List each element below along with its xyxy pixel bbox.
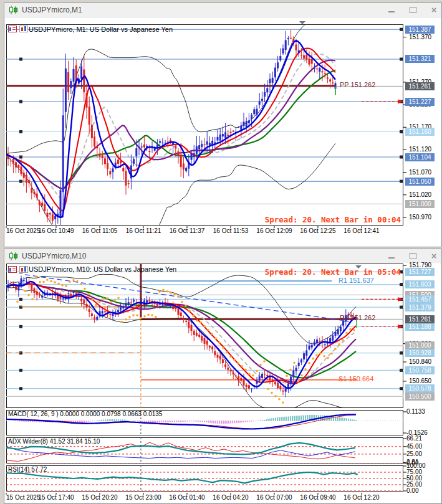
close-button[interactable]: ×	[430, 6, 438, 14]
titlebar-m1[interactable]: USDJPYmicro,M1 ×	[4, 3, 441, 17]
minimize-button[interactable]	[388, 6, 395, 14]
price-chart-plot-m1[interactable]	[6, 24, 403, 226]
mt-workspace: USDJPYmicro,M1 × USDJPYmicro,M10 ×	[0, 0, 442, 504]
price-chart-plot-m10[interactable]	[6, 264, 403, 408]
titlebar-m10[interactable]: USDJPYmicro,M10 ×	[4, 249, 441, 264]
window-title: USDJPYmicro,M1	[22, 6, 82, 14]
adx-pane[interactable]	[6, 437, 403, 464]
macd-pane[interactable]	[6, 410, 403, 435]
candlestick-chart-icon	[8, 252, 18, 260]
minimize-button[interactable]	[388, 252, 395, 260]
candlestick-chart-icon	[8, 6, 18, 14]
maximize-button[interactable]	[409, 6, 416, 14]
rsi-pane[interactable]	[6, 465, 403, 492]
maximize-button[interactable]	[409, 252, 416, 260]
window-title: USDJPYmicro,M10	[22, 252, 86, 260]
close-button[interactable]: ×	[430, 252, 438, 260]
